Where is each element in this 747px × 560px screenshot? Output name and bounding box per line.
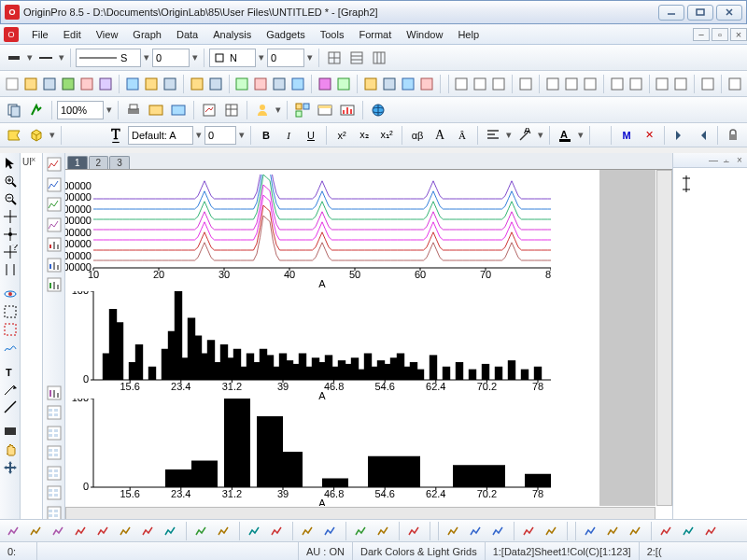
minimize-button[interactable] [658, 5, 684, 21]
plot-scatter-icon[interactable] [71, 521, 92, 541]
align-left-icon[interactable] [483, 125, 503, 146]
graph-area[interactable]: 2000003000004000005000006000007000008000… [65, 170, 655, 506]
graph-template-6[interactable] [44, 275, 64, 295]
add-layer-icon[interactable] [609, 74, 626, 94]
rotate-tool[interactable] [2, 286, 19, 302]
graph-template-4[interactable] [44, 235, 64, 255]
export-icon[interactable] [271, 74, 288, 94]
save-worksheet-icon[interactable] [41, 74, 58, 94]
italic-button[interactable]: I [278, 125, 299, 146]
vertical-scrollbar[interactable] [656, 170, 672, 506]
chevron-down-icon[interactable]: ▾ [275, 104, 282, 116]
mdi-minimize[interactable]: − [693, 28, 710, 41]
plot-color-map-icon[interactable] [214, 521, 234, 541]
pan-tool[interactable] [2, 458, 19, 475]
chevron-down-icon[interactable]: ▾ [258, 51, 265, 63]
plot-align-middle-icon[interactable] [679, 521, 699, 541]
import-icon[interactable] [207, 74, 224, 94]
data-reader-tool[interactable]: ? [2, 244, 19, 260]
plot-3d-bar-icon[interactable] [245, 521, 265, 541]
refresh-icon[interactable] [317, 74, 333, 94]
cube-icon[interactable] [26, 125, 47, 146]
menu-analysis[interactable]: Analysis [205, 27, 259, 42]
graph-template-0[interactable] [44, 155, 64, 175]
plot-contour-icon[interactable] [351, 521, 372, 541]
rescale-2-icon[interactable] [672, 74, 689, 94]
plot-image-icon[interactable] [374, 521, 394, 541]
plot-align-center-icon[interactable] [603, 521, 624, 541]
font-ahat-button[interactable]: Â [452, 125, 472, 146]
graph-template-12[interactable] [44, 483, 64, 503]
status-theme[interactable]: Dark Colors & Light Grids [353, 542, 486, 560]
plot-pie-icon[interactable] [191, 521, 212, 541]
plot-column-stack-icon[interactable] [138, 521, 159, 541]
menu-graph[interactable]: Graph [125, 27, 169, 42]
plot-more-2-icon[interactable] [542, 521, 562, 541]
save-excel-icon[interactable] [60, 74, 77, 94]
grid-btn-3[interactable] [369, 48, 389, 68]
graph-template-3[interactable] [44, 216, 64, 235]
window-list-icon[interactable] [292, 100, 313, 120]
annotation-icon[interactable] [4, 125, 24, 146]
menu-window[interactable]: Window [399, 27, 450, 42]
zoom-select[interactable] [57, 101, 104, 119]
results-icon[interactable] [400, 74, 416, 94]
marker-size-input[interactable] [267, 49, 304, 67]
save-all-icon[interactable] [162, 74, 178, 94]
graph-template-7[interactable] [44, 383, 64, 402]
chevron-down-icon[interactable]: ▾ [26, 51, 34, 63]
save-matrix-icon[interactable] [97, 74, 114, 94]
plot-align-left-icon[interactable] [581, 521, 601, 541]
edit-data-icon[interactable] [221, 100, 242, 120]
plot-line-symbol-icon[interactable] [93, 521, 114, 541]
line-tool[interactable] [2, 399, 19, 415]
line-style-icon[interactable] [35, 48, 56, 68]
line-width-input[interactable] [152, 49, 190, 67]
cross-value-tool[interactable] [2, 226, 19, 243]
pointer-tool[interactable] [2, 155, 19, 172]
chevron-down-icon[interactable]: ▾ [306, 51, 314, 63]
graph-template-11[interactable] [44, 463, 64, 483]
plot-ternary-icon[interactable] [466, 521, 486, 541]
chevron-down-icon[interactable]: ▾ [49, 129, 56, 141]
close-panel-icon[interactable]: × [31, 155, 40, 164]
maximize-button[interactable] [687, 5, 713, 21]
display-2-icon[interactable] [168, 100, 189, 120]
plot-3d-scatter-icon[interactable] [267, 521, 288, 541]
underline-button[interactable]: U [301, 125, 321, 146]
status-source[interactable]: 1:[Data2]Sheet1!Col(C)[1:123] [486, 542, 640, 560]
run-icon[interactable] [26, 100, 47, 120]
right-panel-body[interactable] [673, 168, 747, 194]
globe-icon[interactable] [368, 100, 388, 120]
layout-3-icon[interactable] [490, 74, 507, 94]
plot-more-1-icon[interactable] [519, 521, 540, 541]
marker-select[interactable]: N [209, 49, 256, 67]
chevron-down-icon[interactable]: ▾ [143, 51, 150, 63]
data-selector-tool[interactable] [2, 261, 19, 278]
chart-icon[interactable] [418, 74, 435, 94]
chevron-down-icon[interactable]: ▾ [537, 129, 544, 141]
greek-button[interactable]: αβ [407, 125, 428, 146]
plot-box-icon[interactable] [298, 521, 318, 541]
menu-tools[interactable]: Tools [313, 27, 352, 42]
menu-edit[interactable]: Edit [56, 27, 89, 42]
chevron-down-icon[interactable]: ▾ [58, 51, 65, 63]
hand-tool[interactable] [2, 441, 19, 457]
save-template-icon[interactable] [143, 74, 160, 94]
close-button[interactable] [716, 5, 742, 21]
supsub-button[interactable]: x₁² [376, 125, 397, 146]
new-project-icon[interactable] [4, 74, 21, 94]
mdi-restore[interactable]: ▫ [712, 28, 728, 41]
region-tool[interactable] [2, 303, 19, 320]
plot-vector-icon[interactable] [488, 521, 509, 541]
sheet-tab-3[interactable]: 3 [109, 156, 130, 169]
bold-button[interactable]: B [256, 125, 276, 146]
open-icon[interactable] [22, 74, 39, 94]
copy-graph-icon[interactable] [4, 100, 24, 120]
open-folder-icon[interactable] [189, 74, 205, 94]
crosshair-tool[interactable] [2, 208, 19, 225]
plot-h-line-icon[interactable] [49, 521, 69, 541]
code-icon[interactable] [381, 74, 398, 94]
swap-icon[interactable] [726, 74, 743, 94]
menu-view[interactable]: View [89, 27, 126, 42]
